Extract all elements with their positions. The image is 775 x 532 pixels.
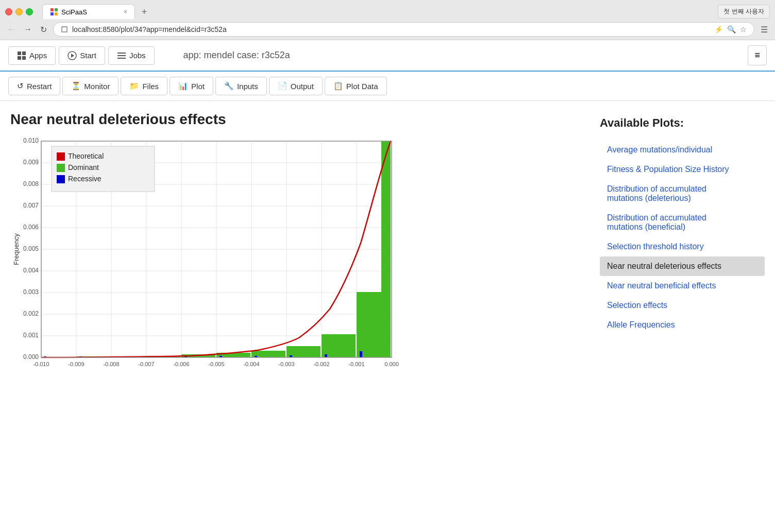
- apps-button[interactable]: Apps: [8, 46, 56, 65]
- svg-rect-3: [55, 12, 58, 15]
- reload-button[interactable]: ↻: [38, 24, 49, 36]
- jobs-button[interactable]: Jobs: [108, 46, 155, 65]
- tab-plot[interactable]: 📊 Plot: [170, 77, 213, 95]
- traffic-lights: [5, 8, 33, 15]
- svg-rect-72: [300, 347, 305, 357]
- svg-rect-81: [325, 354, 327, 357]
- inputs-icon: 🔧: [224, 81, 234, 91]
- tab-navigation: ↺ Restart ⏳ Monitor 📁 Files 📊 Plot 🔧 Inp…: [0, 72, 775, 101]
- svg-rect-11: [117, 55, 126, 56]
- tab-output-label: Output: [291, 82, 314, 91]
- sidebar-link-near-neutral-ben[interactable]: Near neutral beneficial effects: [600, 276, 765, 296]
- address-bar[interactable]: localhost:8580/plot/34?app=mendel&cid=r3…: [53, 22, 754, 37]
- tab-monitor-label: Monitor: [84, 82, 110, 91]
- lightning-icon: ⚡: [714, 25, 723, 33]
- plot-icon: 📊: [178, 81, 188, 91]
- browser-tab[interactable]: SciPaaS ×: [42, 4, 135, 19]
- tab-inputs[interactable]: 🔧 Inputs: [215, 77, 267, 95]
- svg-text:0.007: 0.007: [23, 202, 39, 209]
- monitor-icon: ⏳: [71, 81, 81, 91]
- svg-rect-68: [381, 141, 391, 357]
- sidebar-title: Available Plots:: [600, 116, 765, 130]
- forward-button[interactable]: →: [22, 24, 34, 35]
- files-icon: 📁: [129, 81, 139, 91]
- plotdata-icon: 📋: [333, 81, 343, 91]
- svg-text:-0.010: -0.010: [33, 361, 49, 367]
- apps-label: Apps: [29, 51, 47, 60]
- tab-output[interactable]: 📄 Output: [269, 77, 323, 95]
- menu-button[interactable]: ☰: [759, 24, 770, 36]
- bookmark-icon[interactable]: ☆: [740, 25, 747, 33]
- svg-text:0.009: 0.009: [23, 159, 39, 166]
- svg-rect-0: [50, 8, 54, 11]
- start-label: Start: [80, 51, 96, 60]
- svg-text:0.008: 0.008: [23, 180, 39, 187]
- svg-text:0.003: 0.003: [23, 288, 39, 296]
- tab-close-button[interactable]: ×: [124, 8, 127, 15]
- svg-rect-84: [57, 152, 65, 161]
- svg-text:-0.009: -0.009: [68, 361, 84, 367]
- y-axis-label: Frequency: [12, 233, 20, 265]
- url-text: localhost:8580/plot/34?app=mendel&cid=r3…: [72, 25, 227, 33]
- start-icon: [68, 51, 77, 60]
- back-button[interactable]: ←: [5, 24, 18, 35]
- svg-text:Recessive: Recessive: [68, 175, 102, 183]
- svg-text:-0.005: -0.005: [208, 361, 224, 367]
- chart-container: 0.000 0.001 0.002 0.003 0.004 0.005 0.00…: [10, 136, 402, 383]
- svg-rect-88: [57, 175, 65, 183]
- svg-text:0.010: 0.010: [23, 137, 39, 144]
- svg-text:0.002: 0.002: [23, 310, 39, 317]
- svg-text:0.004: 0.004: [23, 267, 39, 274]
- restart-icon: ↺: [17, 81, 24, 91]
- svg-rect-10: [117, 53, 126, 54]
- tab-files[interactable]: 📁 Files: [121, 77, 167, 95]
- svg-rect-66: [322, 334, 356, 357]
- hamburger-button[interactable]: ≡: [748, 45, 767, 65]
- svg-rect-12: [117, 58, 126, 59]
- jobs-icon: [117, 51, 126, 60]
- maximize-traffic-light[interactable]: [26, 8, 33, 15]
- tab-monitor[interactable]: ⏳ Monitor: [62, 77, 119, 95]
- chart-area: Near neutral deleterious effects: [10, 111, 584, 383]
- tab-plot-label: Plot: [191, 82, 205, 91]
- sidebar-link-allele-freq[interactable]: Allele Frequencies: [600, 315, 765, 335]
- sidebar-link-near-neutral-del[interactable]: Near neutral deleterious effects: [600, 256, 765, 276]
- start-button[interactable]: Start: [59, 46, 105, 65]
- svg-rect-4: [18, 52, 21, 55]
- app-toolbar: Apps Start Jobs app: mendel case: r3c52a…: [0, 40, 775, 72]
- tab-inputs-label: Inputs: [237, 82, 258, 91]
- new-tab-button[interactable]: +: [137, 5, 151, 19]
- search-icon[interactable]: 🔍: [727, 25, 736, 33]
- svg-text:0.006: 0.006: [23, 224, 39, 231]
- svg-text:0.005: 0.005: [23, 245, 39, 252]
- main-content: Near neutral deleterious effects: [0, 101, 775, 393]
- svg-text:-0.002: -0.002: [313, 361, 329, 367]
- first-user-button[interactable]: 첫 번째 사용자: [718, 5, 770, 19]
- svg-text:-0.001: -0.001: [348, 361, 364, 367]
- svg-rect-2: [50, 12, 54, 15]
- tab-title: SciPaaS: [61, 8, 87, 16]
- tab-plotdata[interactable]: 📋 Plot Data: [325, 77, 387, 95]
- svg-text:-0.006: -0.006: [173, 361, 189, 367]
- svg-rect-7: [22, 56, 26, 60]
- sidebar-link-selection-threshold[interactable]: Selection threshold history: [600, 237, 765, 256]
- minimize-traffic-light[interactable]: [15, 8, 23, 15]
- close-traffic-light[interactable]: [5, 8, 12, 15]
- sidebar: Available Plots: Average mutations/indiv…: [600, 111, 765, 383]
- apps-icon: [17, 51, 26, 60]
- tab-files-label: Files: [142, 82, 159, 91]
- tab-plotdata-label: Plot Data: [346, 82, 378, 91]
- sidebar-link-fitness-history[interactable]: Fitness & Population Size History: [600, 160, 765, 179]
- svg-text:0.000: 0.000: [384, 361, 399, 367]
- sidebar-link-avg-mutations[interactable]: Average mutations/individual: [600, 140, 765, 160]
- output-icon: 📄: [278, 81, 288, 91]
- svg-text:0.001: 0.001: [23, 332, 39, 339]
- sidebar-link-dist-deleterious[interactable]: Distribution of accumulatedmutations (de…: [600, 179, 765, 208]
- tab-restart[interactable]: ↺ Restart: [8, 77, 60, 95]
- svg-text:Dominant: Dominant: [68, 163, 99, 171]
- svg-rect-6: [18, 56, 21, 60]
- sidebar-link-dist-beneficial[interactable]: Distribution of accumulatedmutations (be…: [600, 208, 765, 237]
- app-info: app: mendel case: r3c52a: [183, 50, 290, 61]
- sidebar-link-selection-effects[interactable]: Selection effects: [600, 296, 765, 315]
- svg-text:-0.007: -0.007: [138, 361, 154, 367]
